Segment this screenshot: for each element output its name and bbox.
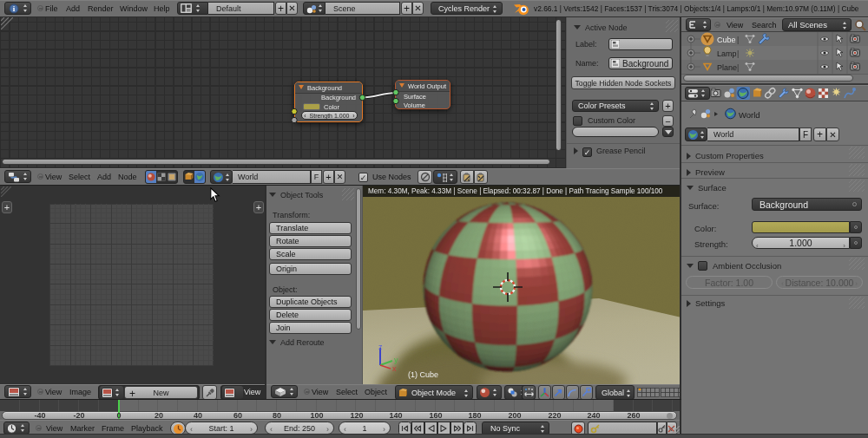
svg-text:|: | bbox=[737, 63, 739, 72]
svg-text:Cube: Cube bbox=[717, 36, 736, 44]
svg-text:z: z bbox=[378, 343, 383, 351]
svg-text:Plane: Plane bbox=[717, 63, 737, 72]
svg-text:|: | bbox=[737, 36, 739, 44]
svg-text:y: y bbox=[394, 356, 398, 364]
svg-text:|: | bbox=[737, 49, 739, 58]
svg-text:x: x bbox=[392, 364, 397, 373]
svg-text:Lamp: Lamp bbox=[717, 49, 737, 58]
